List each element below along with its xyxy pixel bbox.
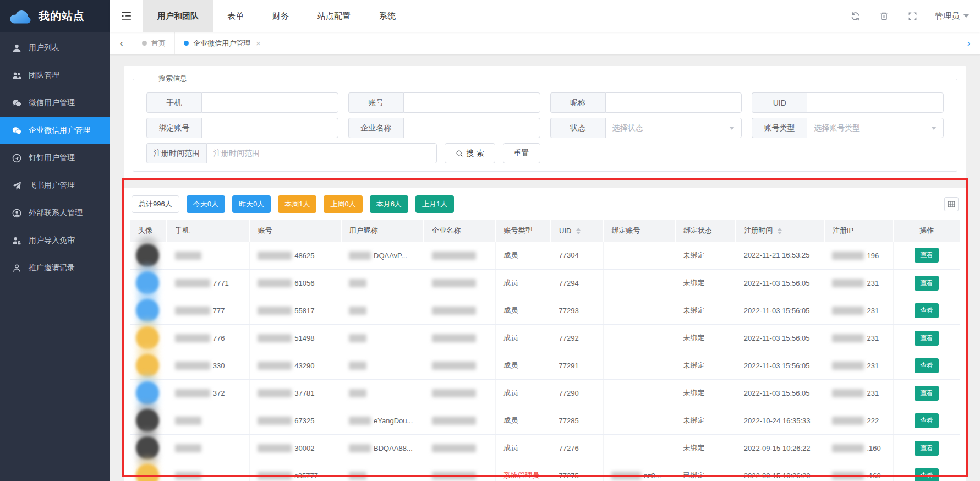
search-fieldset: 搜索信息 手机账号昵称UID绑定账号企业名称状态选择状态账号类型选择账号类型注册… (133, 74, 957, 172)
cell-company (424, 434, 496, 462)
input-0[interactable] (201, 92, 338, 113)
nav-item-4[interactable]: 系统 (365, 0, 410, 32)
stat-badge-4[interactable]: 上周0人 (324, 195, 362, 213)
field-label: 手机 (146, 92, 201, 113)
select-6[interactable]: 选择状态 (605, 118, 742, 138)
input-4[interactable] (201, 118, 338, 138)
nav-item-1[interactable]: 表单 (213, 0, 258, 32)
search-legend: 搜索信息 (155, 74, 190, 84)
close-icon[interactable]: × (256, 39, 261, 48)
date-range-input[interactable]: 注册时间范围 (206, 143, 437, 163)
table-row-4: 33043290成员77291未绑定2022-11-03 15:56:05231… (130, 352, 960, 379)
input-5[interactable] (403, 118, 540, 138)
cell-reg-ip: 196 (824, 242, 893, 269)
sidebar-item-5[interactable]: 飞书用户管理 (0, 172, 110, 199)
view-button[interactable]: 查看 (915, 248, 939, 263)
app-logo[interactable]: 我的站点 (0, 0, 110, 32)
refresh-icon[interactable] (845, 6, 866, 26)
nav-item-2[interactable]: 财务 (258, 0, 303, 32)
field-label: 绑定账号 (146, 118, 201, 138)
stat-badge-3[interactable]: 本周1人 (278, 195, 316, 213)
table-row-6: 67325eYangDou...成员77285未绑定2022-10-24 16:… (130, 407, 960, 434)
sidebar-item-2[interactable]: 微信用户管理 (0, 89, 110, 117)
view-button[interactable]: 查看 (915, 413, 939, 428)
stat-badge-0[interactable]: 总计996人 (132, 195, 179, 213)
topbar: 用户和团队表单财务站点配置系统 管理员 (110, 0, 980, 32)
stat-badge-5[interactable]: 本月6人 (370, 195, 408, 213)
fullscreen-icon[interactable] (902, 6, 923, 26)
col-header-6[interactable]: UID (551, 220, 603, 242)
cell-uid: 77304 (551, 242, 603, 269)
sidebar-item-0[interactable]: 用户列表 (0, 34, 110, 62)
avatar (136, 299, 159, 322)
sort-icon[interactable] (576, 228, 581, 234)
cell-account-type: 成员 (496, 379, 551, 407)
cell-reg-time: 2022-11-21 16:53:25 (736, 242, 824, 269)
sidebar-item-label: 飞书用户管理 (29, 181, 75, 190)
redacted-ip (832, 334, 864, 342)
stat-badge-2[interactable]: 昨天0人 (232, 195, 271, 213)
sidebar-item-label: 团队管理 (29, 70, 59, 80)
cell-phone: 777 (167, 297, 250, 324)
sidebar-item-3[interactable]: 企业微信用户管理 (0, 117, 110, 144)
collapse-menu-icon[interactable] (110, 0, 143, 32)
cell-account: 30002 (250, 434, 341, 462)
avatar (136, 354, 159, 377)
stat-badge-1[interactable]: 今天0人 (187, 195, 225, 213)
redacted-ip (832, 279, 864, 287)
date-range-field: 注册时间范围注册时间范围 (146, 143, 437, 163)
redacted-ip (832, 362, 864, 370)
nav-item-0[interactable]: 用户和团队 (143, 0, 213, 32)
input-3[interactable] (807, 92, 944, 113)
cell-bind-account (603, 297, 675, 324)
view-button[interactable]: 查看 (915, 303, 939, 318)
cell-bind-account (603, 242, 675, 269)
column-grid-icon[interactable] (944, 197, 959, 211)
cell-company (424, 269, 496, 297)
select-7[interactable]: 选择账号类型 (807, 118, 944, 138)
input-1[interactable] (403, 92, 540, 113)
cell-uid: 77290 (551, 379, 603, 407)
cell-uid: 77292 (551, 324, 603, 352)
view-button[interactable]: 查看 (915, 468, 939, 481)
col-header-11: 操作 (893, 220, 960, 242)
cell-nickname (341, 352, 424, 379)
wechat-icon (12, 99, 21, 108)
cell-action: 查看 (893, 242, 960, 269)
tab-1[interactable]: 企业微信用户管理× (175, 32, 270, 54)
sidebar-item-4[interactable]: 钉钉用户管理 (0, 144, 110, 172)
field-label: 昵称 (550, 92, 605, 113)
col-header-1: 手机 (167, 220, 250, 242)
sidebar-item-8[interactable]: 推广邀请记录 (0, 254, 110, 282)
field-label: 注册时间范围 (146, 143, 206, 163)
view-button[interactable]: 查看 (915, 441, 939, 456)
view-button[interactable]: 查看 (915, 331, 939, 346)
cell-account: 61056 (250, 269, 341, 297)
cell-reg-ip: .160 (824, 434, 893, 462)
search-field-6: 状态选择状态 (550, 118, 742, 138)
col-header-8: 绑定状态 (675, 220, 736, 242)
cell-action: 查看 (893, 352, 960, 379)
sort-icon[interactable] (778, 228, 782, 234)
cell-bind-status: 未绑定 (675, 407, 736, 434)
redacted-phone (175, 334, 210, 342)
tabs-scroll-right-icon[interactable]: › (957, 32, 980, 54)
stat-badge-6[interactable]: 上月1人 (415, 195, 454, 213)
nav-item-3[interactable]: 站点配置 (303, 0, 365, 32)
user-menu[interactable]: 管理员 (930, 11, 969, 21)
sidebar-item-7[interactable]: 用户导入免审 (0, 227, 110, 254)
input-2[interactable] (605, 92, 742, 113)
sidebar-item-6[interactable]: 外部联系人管理 (0, 199, 110, 227)
tabs-scroll-left-icon[interactable]: ‹ (110, 32, 133, 54)
tab-0[interactable]: 首页 (133, 32, 175, 54)
search-button[interactable]: 搜 索 (445, 143, 495, 163)
view-button[interactable]: 查看 (915, 276, 939, 291)
cell-reg-time: 2022-10-24 16:35:33 (736, 407, 824, 434)
col-header-9[interactable]: 注册时间 (736, 220, 824, 242)
sidebar-item-label: 推广邀请记录 (29, 263, 75, 273)
sidebar-item-1[interactable]: 团队管理 (0, 62, 110, 89)
view-button[interactable]: 查看 (915, 358, 939, 373)
trash-icon[interactable] (873, 6, 894, 26)
view-button[interactable]: 查看 (915, 386, 939, 401)
reset-button[interactable]: 重置 (503, 143, 540, 163)
